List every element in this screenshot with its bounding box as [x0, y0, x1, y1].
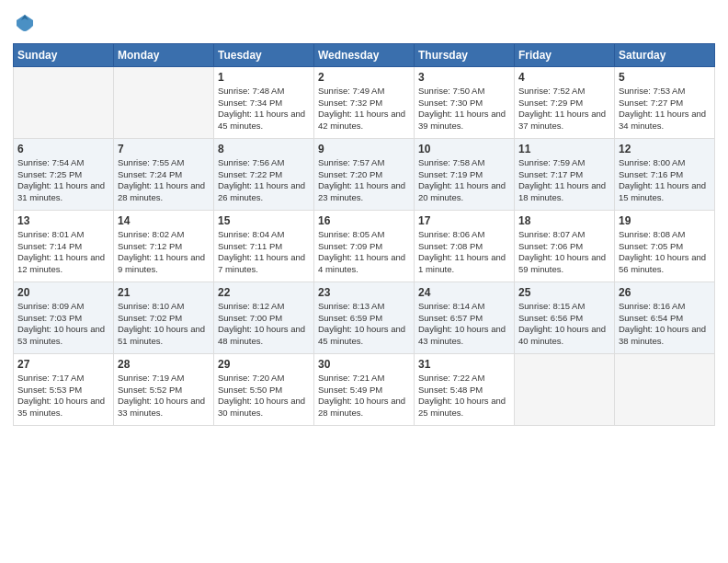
day-number: 20	[17, 286, 109, 299]
day-number: 12	[619, 143, 711, 155]
day-info: Sunrise: 8:02 AMSunset: 7:12 PMDaylight:…	[118, 229, 210, 276]
day-number: 29	[218, 358, 310, 371]
calendar-cell: 12Sunrise: 8:00 AMSunset: 7:16 PMDayligh…	[615, 138, 715, 210]
calendar-cell: 2Sunrise: 7:49 AMSunset: 7:32 PMDaylight…	[314, 66, 415, 138]
day-info: Sunrise: 8:06 AMSunset: 7:08 PMDaylight:…	[418, 229, 510, 276]
calendar-cell: 11Sunrise: 7:59 AMSunset: 7:17 PMDayligh…	[515, 138, 615, 210]
calendar-cell: 27Sunrise: 7:17 AMSunset: 5:53 PMDayligh…	[14, 353, 114, 425]
calendar-cell	[14, 66, 114, 138]
day-number: 17	[418, 214, 510, 227]
day-info: Sunrise: 7:53 AMSunset: 7:27 PMDaylight:…	[619, 86, 711, 132]
calendar-cell: 10Sunrise: 7:58 AMSunset: 7:19 PMDayligh…	[415, 138, 515, 210]
calendar-week-row: 1Sunrise: 7:48 AMSunset: 7:34 PMDaylight…	[14, 66, 715, 138]
day-info: Sunrise: 7:56 AMSunset: 7:22 PMDaylight:…	[218, 157, 310, 204]
calendar-cell: 6Sunrise: 7:54 AMSunset: 7:25 PMDaylight…	[14, 138, 114, 210]
day-header-tuesday: Tuesday	[214, 43, 314, 66]
logo-text	[13, 13, 35, 38]
day-info: Sunrise: 8:16 AMSunset: 6:54 PMDaylight:…	[619, 301, 711, 348]
day-number: 11	[518, 143, 610, 155]
day-number: 14	[118, 214, 210, 227]
day-info: Sunrise: 8:07 AMSunset: 7:06 PMDaylight:…	[518, 229, 610, 276]
day-number: 6	[17, 143, 109, 155]
day-number: 7	[118, 143, 210, 155]
calendar-cell: 9Sunrise: 7:57 AMSunset: 7:20 PMDaylight…	[314, 138, 415, 210]
day-info: Sunrise: 7:48 AMSunset: 7:34 PMDaylight:…	[218, 86, 310, 132]
day-header-friday: Friday	[515, 43, 615, 66]
calendar-cell: 1Sunrise: 7:48 AMSunset: 7:34 PMDaylight…	[214, 66, 314, 138]
page-container: SundayMondayTuesdayWednesdayThursdayFrid…	[0, 0, 728, 435]
day-header-monday: Monday	[114, 43, 214, 66]
day-info: Sunrise: 8:05 AMSunset: 7:09 PMDaylight:…	[318, 229, 410, 276]
day-info: Sunrise: 8:04 AMSunset: 7:11 PMDaylight:…	[218, 229, 310, 276]
calendar-cell: 4Sunrise: 7:52 AMSunset: 7:29 PMDaylight…	[515, 66, 615, 138]
calendar-cell: 31Sunrise: 7:22 AMSunset: 5:48 PMDayligh…	[415, 353, 515, 425]
calendar-cell: 28Sunrise: 7:19 AMSunset: 5:52 PMDayligh…	[114, 353, 214, 425]
day-number: 26	[619, 286, 711, 299]
calendar-cell: 13Sunrise: 8:01 AMSunset: 7:14 PMDayligh…	[14, 210, 114, 282]
day-info: Sunrise: 7:17 AMSunset: 5:53 PMDaylight:…	[17, 373, 109, 419]
day-number: 18	[518, 214, 610, 227]
calendar-cell: 26Sunrise: 8:16 AMSunset: 6:54 PMDayligh…	[615, 282, 715, 353]
day-number: 13	[17, 214, 109, 227]
day-header-wednesday: Wednesday	[314, 43, 415, 66]
calendar-week-row: 6Sunrise: 7:54 AMSunset: 7:25 PMDaylight…	[14, 138, 715, 210]
calendar-cell: 16Sunrise: 8:05 AMSunset: 7:09 PMDayligh…	[314, 210, 415, 282]
calendar-cell: 22Sunrise: 8:12 AMSunset: 7:00 PMDayligh…	[214, 282, 314, 353]
day-info: Sunrise: 7:52 AMSunset: 7:29 PMDaylight:…	[518, 86, 610, 132]
day-info: Sunrise: 7:22 AMSunset: 5:48 PMDaylight:…	[418, 373, 510, 419]
day-number: 21	[118, 286, 210, 299]
day-info: Sunrise: 8:09 AMSunset: 7:03 PMDaylight:…	[17, 301, 109, 348]
day-info: Sunrise: 7:58 AMSunset: 7:19 PMDaylight:…	[418, 157, 510, 204]
calendar-cell	[114, 66, 214, 138]
day-number: 30	[318, 358, 410, 371]
day-info: Sunrise: 8:15 AMSunset: 6:56 PMDaylight:…	[518, 301, 610, 348]
day-number: 28	[118, 358, 210, 371]
day-info: Sunrise: 7:50 AMSunset: 7:30 PMDaylight:…	[418, 86, 510, 132]
day-number: 25	[518, 286, 610, 299]
calendar-cell: 14Sunrise: 8:02 AMSunset: 7:12 PMDayligh…	[114, 210, 214, 282]
logo-icon	[15, 13, 35, 33]
day-number: 16	[318, 214, 410, 227]
day-info: Sunrise: 8:12 AMSunset: 7:00 PMDaylight:…	[218, 301, 310, 348]
day-header-saturday: Saturday	[615, 43, 715, 66]
day-header-thursday: Thursday	[415, 43, 515, 66]
day-header-sunday: Sunday	[14, 43, 114, 66]
calendar-cell: 8Sunrise: 7:56 AMSunset: 7:22 PMDaylight…	[214, 138, 314, 210]
calendar-cell	[515, 353, 615, 425]
day-number: 4	[518, 71, 610, 84]
day-number: 24	[418, 286, 510, 299]
calendar-cell: 24Sunrise: 8:14 AMSunset: 6:57 PMDayligh…	[415, 282, 515, 353]
day-number: 8	[218, 143, 310, 155]
calendar-cell: 3Sunrise: 7:50 AMSunset: 7:30 PMDaylight…	[415, 66, 515, 138]
day-number: 9	[318, 143, 410, 155]
calendar-cell: 7Sunrise: 7:55 AMSunset: 7:24 PMDaylight…	[114, 138, 214, 210]
calendar-week-row: 13Sunrise: 8:01 AMSunset: 7:14 PMDayligh…	[14, 210, 715, 282]
calendar-cell: 23Sunrise: 8:13 AMSunset: 6:59 PMDayligh…	[314, 282, 415, 353]
day-info: Sunrise: 8:10 AMSunset: 7:02 PMDaylight:…	[118, 301, 210, 348]
day-number: 23	[318, 286, 410, 299]
logo	[13, 13, 35, 38]
calendar-week-row: 20Sunrise: 8:09 AMSunset: 7:03 PMDayligh…	[14, 282, 715, 353]
day-info: Sunrise: 7:59 AMSunset: 7:17 PMDaylight:…	[518, 157, 610, 204]
calendar-cell: 29Sunrise: 7:20 AMSunset: 5:50 PMDayligh…	[214, 353, 314, 425]
day-number: 15	[218, 214, 310, 227]
day-number: 27	[17, 358, 109, 371]
day-number: 10	[418, 143, 510, 155]
day-info: Sunrise: 8:00 AMSunset: 7:16 PMDaylight:…	[619, 157, 711, 204]
calendar-cell: 20Sunrise: 8:09 AMSunset: 7:03 PMDayligh…	[14, 282, 114, 353]
calendar-cell: 25Sunrise: 8:15 AMSunset: 6:56 PMDayligh…	[515, 282, 615, 353]
day-number: 3	[418, 71, 510, 84]
day-number: 19	[619, 214, 711, 227]
day-info: Sunrise: 8:14 AMSunset: 6:57 PMDaylight:…	[418, 301, 510, 348]
calendar-cell: 17Sunrise: 8:06 AMSunset: 7:08 PMDayligh…	[415, 210, 515, 282]
calendar-cell: 30Sunrise: 7:21 AMSunset: 5:49 PMDayligh…	[314, 353, 415, 425]
day-number: 1	[218, 71, 310, 84]
header	[13, 9, 715, 38]
calendar-table: SundayMondayTuesdayWednesdayThursdayFrid…	[13, 43, 715, 426]
calendar-cell: 18Sunrise: 8:07 AMSunset: 7:06 PMDayligh…	[515, 210, 615, 282]
calendar-header-row: SundayMondayTuesdayWednesdayThursdayFrid…	[14, 43, 715, 66]
calendar-cell: 21Sunrise: 8:10 AMSunset: 7:02 PMDayligh…	[114, 282, 214, 353]
day-info: Sunrise: 7:21 AMSunset: 5:49 PMDaylight:…	[318, 373, 410, 419]
day-number: 2	[318, 71, 410, 84]
day-info: Sunrise: 8:08 AMSunset: 7:05 PMDaylight:…	[619, 229, 711, 276]
